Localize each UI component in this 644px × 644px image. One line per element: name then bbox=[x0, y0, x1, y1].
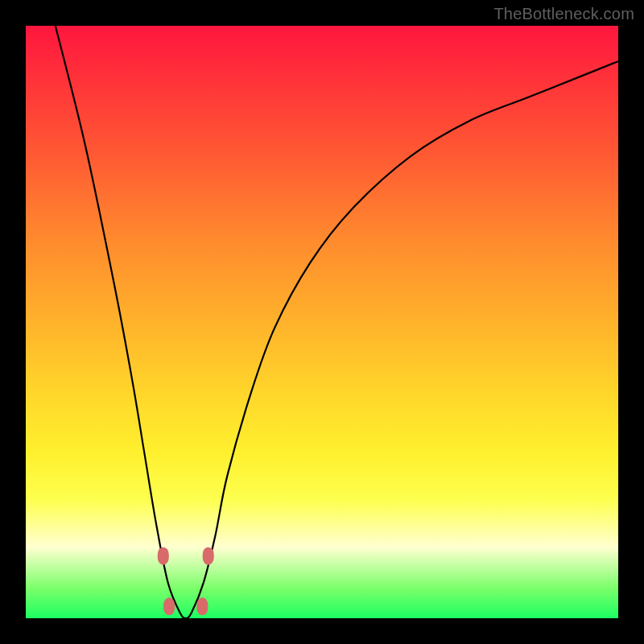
curve-marker bbox=[196, 597, 208, 615]
chart-frame: TheBottleneck.com bbox=[0, 0, 644, 644]
curve-marker bbox=[203, 547, 214, 565]
watermark-text: TheBottleneck.com bbox=[493, 5, 634, 23]
curve-marker bbox=[158, 547, 169, 565]
curve-marker bbox=[163, 597, 175, 615]
plot-area bbox=[26, 26, 618, 618]
curve-markers bbox=[158, 547, 214, 616]
bottleneck-curve bbox=[26, 26, 618, 618]
